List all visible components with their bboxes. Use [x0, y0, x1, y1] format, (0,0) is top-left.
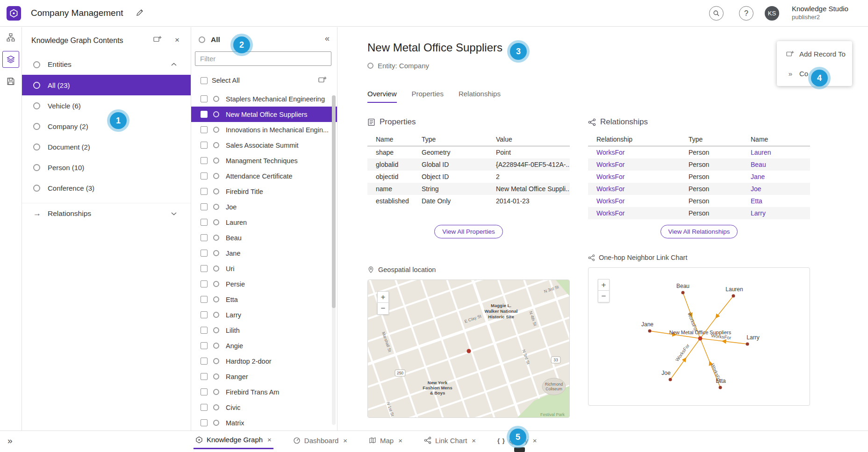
zoom-in-button[interactable]: + — [598, 279, 610, 291]
item-checkbox[interactable] — [201, 311, 208, 318]
list-item[interactable]: Hardtop 2-door — [191, 353, 337, 369]
bottom-tab-link-chart[interactable]: Link Chart × — [422, 431, 478, 449]
list-item[interactable]: Lilith — [191, 323, 337, 338]
bottom-tab-map[interactable]: Map × — [367, 431, 404, 449]
item-checkbox[interactable] — [201, 250, 208, 257]
list-item[interactable]: Persie — [191, 276, 337, 292]
sidebar-item-vehicle[interactable]: Vehicle (6) — [22, 95, 191, 116]
list-item[interactable]: Innovations in Mechanical Engin... — [191, 122, 337, 137]
close-tab-icon[interactable]: × — [533, 437, 537, 445]
entity-link[interactable]: Beau — [742, 161, 810, 168]
expand-rail-icon[interactable]: » — [7, 436, 13, 446]
item-checkbox[interactable] — [201, 142, 208, 149]
list-item[interactable]: Lauren — [191, 215, 337, 230]
avatar[interactable]: KS — [765, 6, 779, 21]
bottom-tab-knowledge-graph[interactable]: Knowledge Graph × — [194, 431, 273, 449]
item-checkbox[interactable] — [201, 419, 208, 426]
edit-title-icon[interactable] — [136, 8, 144, 17]
view-all-relationships-button[interactable]: View All Relationships — [660, 225, 738, 238]
tab-properties[interactable]: Properties — [412, 90, 444, 103]
item-checkbox[interactable] — [201, 157, 208, 164]
list-item[interactable]: Firebird Title — [191, 184, 337, 199]
list-item[interactable]: Staplers Mechanical Engineering — [191, 91, 337, 107]
search-button[interactable] — [709, 6, 724, 21]
item-checkbox[interactable] — [201, 358, 208, 365]
list-item[interactable]: Managment Techniques — [191, 153, 337, 168]
list-item[interactable]: Larry — [191, 307, 337, 323]
view-all-properties-button[interactable]: View All Properties — [434, 225, 502, 238]
list-item[interactable]: Ranger — [191, 369, 337, 384]
collapse-panel-icon[interactable]: « — [325, 34, 330, 43]
item-checkbox[interactable] — [201, 203, 208, 210]
tab-relationships[interactable]: Relationships — [459, 90, 501, 103]
item-checkbox[interactable] — [201, 342, 208, 349]
list-item[interactable]: Angie — [191, 338, 337, 353]
map-canvas[interactable]: N 3rd St N 4th St E Clay St Marshall St … — [368, 280, 570, 418]
item-checkbox[interactable] — [201, 404, 208, 411]
node-larry[interactable] — [746, 343, 749, 346]
entity-link[interactable]: Etta — [742, 197, 810, 205]
node-etta[interactable] — [719, 386, 722, 389]
add-record-icon[interactable] — [318, 76, 327, 84]
relationship-link[interactable]: WorksFor — [588, 197, 680, 205]
item-checkbox[interactable] — [201, 188, 208, 195]
node-center[interactable] — [698, 337, 703, 341]
hierarchy-icon[interactable] — [2, 29, 19, 46]
item-checkbox[interactable] — [201, 234, 208, 241]
sidebar-item-person[interactable]: Person (10) — [22, 157, 191, 178]
list-item[interactable]: Joe — [191, 199, 337, 215]
item-checkbox[interactable] — [201, 111, 208, 118]
node-beau[interactable] — [681, 291, 685, 294]
filter-input[interactable] — [195, 51, 331, 66]
close-tab-icon[interactable]: × — [472, 437, 476, 445]
relationships-section-header[interactable]: → Relationships — [22, 203, 191, 223]
list-item[interactable]: Firebird Trans Am — [191, 384, 337, 400]
close-tab-icon[interactable]: × — [398, 437, 402, 445]
item-checkbox[interactable] — [201, 327, 208, 334]
zoom-out-button[interactable]: − — [377, 303, 389, 315]
menu-item-add-record-to[interactable]: Add Record To — [777, 44, 852, 64]
list-item[interactable]: Uri — [191, 261, 337, 276]
sidebar-item-document[interactable]: Document (2) — [22, 136, 191, 157]
item-checkbox[interactable] — [201, 126, 208, 133]
sidebar-item-all[interactable]: All (23) — [22, 75, 191, 95]
entities-section-header[interactable]: Entities — [22, 54, 191, 75]
list-item-selected[interactable]: New Metal Office Suppliers — [191, 107, 337, 122]
list-item[interactable]: Civic — [191, 400, 337, 415]
node-joe[interactable] — [669, 378, 672, 381]
zoom-out-button[interactable]: − — [598, 291, 610, 302]
list-item[interactable]: Etta — [191, 292, 337, 307]
map-widget[interactable]: + − N — [367, 280, 570, 418]
close-icon[interactable]: × — [175, 36, 179, 45]
help-button[interactable]: ? — [739, 6, 753, 21]
add-record-icon[interactable] — [153, 36, 162, 43]
zoom-in-button[interactable]: + — [377, 291, 389, 303]
list-item[interactable]: Jane — [191, 245, 337, 261]
item-checkbox[interactable] — [201, 296, 208, 303]
scrollbar-track[interactable] — [332, 95, 336, 425]
close-tab-icon[interactable]: × — [343, 437, 347, 445]
list-item[interactable]: Attendance Certificate — [191, 168, 337, 184]
link-chart-widget[interactable]: + − WorksFor — [588, 267, 810, 406]
relationship-link[interactable]: WorksFor — [588, 161, 680, 168]
sidebar-item-company[interactable]: Company (2) — [22, 116, 191, 136]
item-checkbox[interactable] — [201, 388, 208, 395]
layers-icon[interactable] — [2, 51, 19, 68]
tab-overview[interactable]: Overview — [367, 90, 397, 103]
item-checkbox[interactable] — [201, 219, 208, 226]
entity-link[interactable]: Jane — [742, 173, 810, 180]
list-item[interactable]: Sales Associate Summit — [191, 137, 337, 153]
relationship-link[interactable]: WorksFor — [588, 173, 680, 180]
scrollbar-thumb[interactable] — [332, 95, 336, 308]
relationship-link[interactable]: WorksFor — [588, 185, 680, 193]
app-logo-icon[interactable] — [7, 6, 21, 21]
map-marker[interactable] — [467, 349, 471, 353]
item-checkbox[interactable] — [201, 172, 208, 179]
relationship-link[interactable]: WorksFor — [588, 209, 680, 217]
relationship-link[interactable]: WorksFor — [588, 149, 680, 156]
entity-link[interactable]: Lauren — [742, 149, 810, 156]
item-checkbox[interactable] — [201, 373, 208, 380]
select-all-checkbox[interactable] — [201, 77, 208, 84]
entity-link[interactable]: Larry — [742, 209, 810, 217]
sidebar-item-conference[interactable]: Conference (3) — [22, 178, 191, 198]
